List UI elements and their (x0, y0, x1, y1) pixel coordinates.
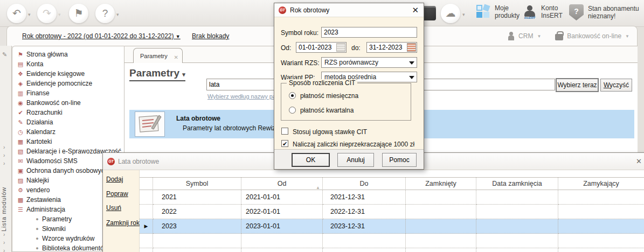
column-header-symbol[interactable]: Symbol (153, 177, 241, 190)
sidebar-item-ewidencje-pomocnicze[interactable]: ◈Ewidencje pomocnicze (12, 79, 124, 88)
table-cell (558, 248, 644, 252)
radio-platnosc-kwartalna[interactable] (289, 107, 296, 114)
sidebar-item-konta[interactable]: ▤Konta (12, 59, 124, 69)
table-cell (406, 248, 476, 252)
table-cell: 2022-01-01 (241, 205, 323, 219)
fiscal-years-icon (135, 111, 165, 137)
sidebar-item-kalendarz[interactable]: ◷Kalendarz (12, 127, 124, 137)
vendero-icon: ⚙ (16, 185, 25, 195)
crm-label[interactable]: CRM (518, 32, 533, 40)
table-row-2021[interactable]: 20212021-01-012021-12-31 (140, 190, 644, 205)
page-title[interactable]: Parametry ▾ (129, 67, 185, 81)
dialog-close-icon[interactable]: ✕ (412, 5, 419, 15)
help-button[interactable]: Pomoc (382, 153, 417, 167)
stan-abonamentu-button[interactable]: ? Stan abonamentu nieznany! (569, 4, 639, 20)
help-icon[interactable]: ? (95, 4, 115, 23)
result-subtitle: Parametry lat obrotowych Rewizo (183, 124, 279, 132)
banking-dropdown-icon[interactable]: ▼ (625, 34, 629, 39)
konto-insert-button[interactable]: InsERT Konto InsERT (523, 4, 563, 19)
row-indicator-cell (140, 234, 153, 248)
sidebar-item-działania[interactable]: ✎Działania (12, 117, 124, 127)
products-grid-icon (476, 5, 490, 19)
column-header-indicator[interactable] (140, 177, 153, 190)
select-now-button[interactable]: Wybierz teraz (556, 78, 599, 92)
column-header-zamknięty[interactable]: Zamknięty (406, 177, 476, 190)
column-header-od[interactable]: Od▲ (241, 177, 323, 190)
help-dropdown-icon[interactable]: ▾ (116, 12, 119, 17)
lata-obrotowe-title: Lata obrotowe (118, 158, 159, 165)
declarations-icon: ▧ (16, 146, 25, 156)
action-link-dodaj[interactable]: Dodaj (106, 176, 123, 183)
fiscal-years-table[interactable]: SymbolOd▲DoZamkniętyData zamknięciaZamyk… (140, 177, 644, 252)
do-label: do: (351, 44, 361, 52)
sidebar-item-label: Słowniki (42, 225, 66, 233)
back-arrow-icon[interactable]: ↶ (7, 4, 26, 23)
chevron-icon: › (3, 248, 5, 252)
lock-status-link[interactable]: Brak blokady (192, 32, 229, 40)
radio-quarterly-label: płatność kwartalna (300, 107, 354, 114)
tab-label: Parametry (140, 53, 168, 59)
sidebar-item-label: Rozrachunki (26, 109, 63, 116)
sidebar-item-label: vendero (26, 186, 50, 194)
forward-arrow-icon[interactable]: ↷ (37, 4, 57, 23)
chevron-icon: › (3, 152, 5, 158)
sidebar-item-label: Wzorce wydruków (42, 235, 94, 242)
crm-dropdown-icon[interactable]: ▼ (537, 34, 541, 39)
chevron-down-icon (409, 76, 414, 79)
sidebar-item-label: Naklejki (26, 177, 49, 184)
cloud-sync-icon[interactable]: ☁ (441, 4, 460, 23)
sidebar-item-kartoteki[interactable]: ▦Kartoteki (12, 137, 124, 146)
sidebar-item-strona-główna[interactable]: ⚑Strona główna (12, 50, 124, 59)
lata-obrotowe-close-icon[interactable]: ✕ (636, 157, 642, 165)
cancel-button[interactable]: Anuluj (337, 153, 374, 167)
do-calendar-icon[interactable] (407, 43, 416, 52)
table-cell (406, 234, 476, 248)
table-row-2022[interactable]: 20222022-01-012022-12-31 (140, 205, 644, 219)
back-dropdown-icon[interactable]: ▾ (28, 12, 31, 17)
action-link-popraw[interactable]: Popraw (106, 190, 128, 198)
table-cell (241, 234, 323, 248)
fiscal-year-selector-link[interactable]: Rok obrotowy - 2022 (od 01-01-2022 do 31… (22, 32, 181, 40)
sidebar-item-bankowość-on-line[interactable]: ◉Bankowość on-line (12, 98, 124, 108)
column-header-do[interactable]: Do (323, 177, 406, 190)
flag-icon[interactable]: ⚑ (69, 4, 88, 23)
forward-dropdown-icon[interactable]: ▾ (58, 12, 61, 17)
table-cell (406, 219, 476, 234)
radio-platnosc-miesieczna[interactable] (289, 92, 296, 99)
column-header-zamykający[interactable]: Zamykający (558, 177, 644, 190)
moje-produkty-button[interactable]: Moje produkty (476, 4, 520, 19)
dialog-titlebar[interactable]: GT Rok obrotowy ✕ (274, 3, 424, 17)
gt-logo-icon: GT (279, 6, 286, 14)
action-link-usuń[interactable]: Usuń (106, 204, 121, 212)
od-calendar-icon[interactable] (336, 43, 345, 52)
wariant-rzs-value: RZS porównawczy (324, 59, 378, 66)
wariant-rzs-select[interactable]: RZS porównawczy (321, 57, 417, 68)
cloud-dropdown-icon[interactable]: ▾ (462, 12, 465, 17)
symbol-roku-label: Symbol roku: (281, 29, 318, 37)
table-row-2023[interactable]: ▶20232023-01-012023-12-31 (140, 219, 644, 234)
sidebar-item-label: Parametry (42, 215, 72, 223)
ok-button[interactable]: OK (292, 153, 330, 167)
checkbox-stosuj-ulgowa-stawke[interactable] (281, 128, 288, 135)
pin-icon[interactable]: ✎ (2, 51, 7, 58)
finance-icon: ▥ (16, 88, 25, 98)
symbol-roku-input[interactable] (321, 27, 417, 38)
tab-close-icon[interactable]: ✕ (174, 50, 178, 65)
sidebar-item-rozrachunki[interactable]: ✔Rozrachunki (12, 108, 124, 117)
ledger-icon: ❖ (16, 69, 25, 79)
bullet-icon: ● (33, 224, 41, 234)
sidebar-item-ewidencje-księgowe[interactable]: ❖Ewidencje księgowe (12, 69, 124, 79)
sidebar-item-finanse[interactable]: ▥Finanse (12, 88, 124, 98)
cit-groupbox: Sposób rozliczenia CIT płatność miesięcz… (281, 83, 411, 121)
records-icon: ▦ (16, 137, 25, 146)
table-row-empty (140, 248, 644, 252)
row-indicator-cell (140, 248, 153, 252)
clear-button[interactable]: Wyczyść (600, 79, 632, 92)
tab-parametry[interactable]: Parametry ✕ (133, 48, 183, 63)
column-header-data-zamknięcia[interactable]: Data zamknięcia (476, 177, 558, 190)
actions-icon: ✎ (16, 117, 25, 127)
banking-label[interactable]: Bankowość on-line (567, 32, 621, 40)
checkbox-naliczaj-zaliczki[interactable]: ✔ (281, 140, 288, 147)
table-cell (406, 205, 476, 219)
action-link-zamknij-rok[interactable]: Zamknij rok (106, 219, 140, 227)
